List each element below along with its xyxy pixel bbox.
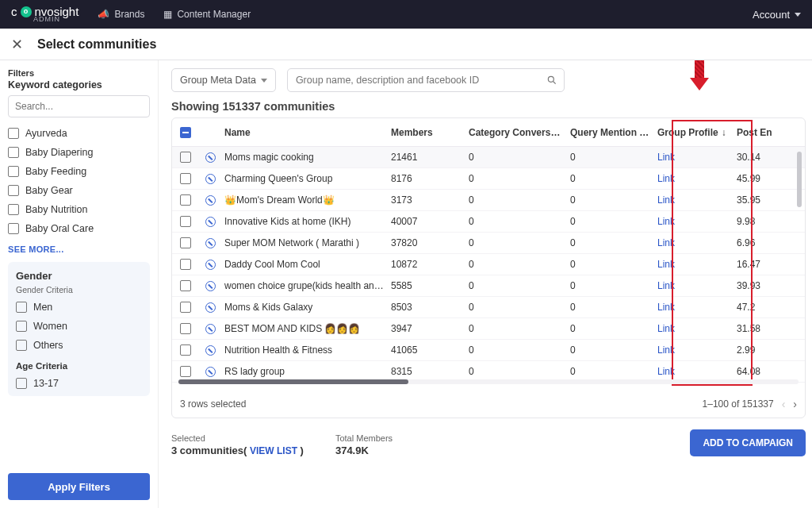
cell-category-conv: 0: [465, 259, 567, 270]
add-to-campaign-button[interactable]: ADD TO CAMPAIGN: [690, 429, 806, 456]
status-icon: [205, 345, 216, 356]
category-baby-nutrition[interactable]: Baby Nutrition: [8, 200, 150, 219]
gender-label: Women: [33, 321, 67, 332]
cell-members: 8176: [388, 173, 465, 184]
group-profile-link[interactable]: Link: [657, 302, 675, 313]
cell-category-conv: 0: [465, 152, 567, 163]
sort-down-icon: ↓: [722, 127, 726, 138]
filters-heading: Filters: [8, 68, 150, 78]
checkbox-icon: [16, 378, 27, 389]
col-query-mention[interactable]: Query Mention Count: [567, 127, 654, 138]
checkbox-icon: [16, 321, 27, 332]
cell-name: women choice grupe(kids health and beaut…: [221, 280, 388, 291]
nav-brands-label: Brands: [114, 9, 144, 20]
table-row[interactable]: Daddy Cool Mom Cool1087200Link16.47: [172, 254, 805, 275]
selected-label: Selected: [171, 433, 304, 443]
nav-content-manager[interactable]: ▦ Content Manager: [163, 9, 251, 20]
group-search-field[interactable]: [287, 68, 565, 92]
table-row[interactable]: Super MOM Network ( Marathi )3782000Link…: [172, 233, 805, 254]
brand-logo[interactable]: convosight ADMIN: [11, 6, 79, 23]
row-checkbox[interactable]: [180, 152, 191, 163]
col-group-profile[interactable]: Group Profile↓: [654, 127, 733, 138]
next-page-button[interactable]: ›: [793, 398, 797, 410]
cell-name: Daddy Cool Mom Cool: [221, 259, 388, 270]
row-checkbox[interactable]: [180, 344, 191, 356]
age-13-17[interactable]: 13-17: [16, 374, 142, 393]
cell-category-conv: 0: [465, 237, 567, 248]
gender-subtitle: Gender Criteria: [16, 285, 142, 294]
status-icon: [205, 217, 216, 227]
cell-members: 40007: [388, 216, 465, 227]
group-profile-link[interactable]: Link: [657, 216, 675, 227]
group-profile-link[interactable]: Link: [657, 259, 675, 270]
row-checkbox[interactable]: [180, 173, 191, 184]
col-post-en[interactable]: Post En: [733, 127, 784, 138]
apply-filters-button[interactable]: Apply Filters: [8, 473, 150, 500]
select-all-checkbox[interactable]: [180, 127, 191, 138]
category-baby-gear[interactable]: Baby Gear: [8, 181, 150, 200]
cell-post-en: 64.08: [733, 366, 784, 377]
category-label: Baby Diapering: [25, 147, 93, 158]
group-profile-link[interactable]: Link: [657, 237, 675, 248]
group-profile-link[interactable]: Link: [657, 173, 675, 184]
table-row[interactable]: 👑Mom's Dream World👑317300Link35.95: [172, 190, 805, 211]
row-checkbox[interactable]: [180, 366, 191, 377]
table-row[interactable]: Moms & Kids Galaxy850300Link47.2: [172, 297, 805, 318]
see-more-link[interactable]: SEE MORE...: [8, 238, 150, 262]
vertical-scrollbar[interactable]: [797, 152, 802, 207]
table-row[interactable]: Moms magic cooking2146100Link30.14: [172, 147, 805, 168]
status-icon: [205, 281, 216, 291]
horizontal-scrollbar[interactable]: [178, 379, 799, 384]
table-row[interactable]: Nutrition Health & Fitness4106500Link2.9…: [172, 340, 805, 361]
col-members[interactable]: Members: [388, 127, 465, 138]
col-category-conv[interactable]: Category Conversation C...: [465, 127, 567, 138]
row-checkbox[interactable]: [180, 237, 191, 248]
page-title: Select communities: [37, 37, 156, 52]
group-meta-dropdown[interactable]: Group Meta Data: [171, 68, 276, 92]
category-baby-diapering[interactable]: Baby Diapering: [8, 143, 150, 162]
cell-name: Super MOM Network ( Marathi ): [221, 237, 388, 248]
table-row[interactable]: BEST MOM AND KIDS 👩👩👩394700Link31.58: [172, 318, 805, 340]
nav-brands[interactable]: 📣 Brands: [98, 9, 144, 20]
group-profile-link[interactable]: Link: [657, 366, 675, 377]
gender-label: Men: [33, 302, 52, 313]
group-profile-link[interactable]: Link: [657, 344, 675, 356]
group-profile-link[interactable]: Link: [657, 194, 675, 206]
cell-post-en: 35.95: [733, 194, 784, 206]
row-checkbox[interactable]: [180, 323, 191, 334]
table-row[interactable]: Charming Queen's Group817600Link45.99: [172, 168, 805, 190]
table-row[interactable]: Innovative Kids at home (IKH)4000700Link…: [172, 211, 805, 233]
grid-icon: ▦: [163, 9, 172, 20]
category-baby-oral-care[interactable]: Baby Oral Care: [8, 219, 150, 238]
group-profile-link[interactable]: Link: [657, 323, 675, 334]
group-search-input[interactable]: [294, 74, 546, 87]
row-checkbox[interactable]: [180, 259, 191, 270]
gender-title: Gender: [16, 270, 142, 282]
group-profile-link[interactable]: Link: [657, 152, 675, 163]
keyword-categories-heading: Keyword categories: [8, 79, 150, 90]
row-checkbox[interactable]: [180, 194, 191, 206]
category-ayurveda[interactable]: Ayurveda: [8, 124, 150, 143]
cell-post-en: 45.99: [733, 173, 784, 184]
row-checkbox[interactable]: [180, 280, 191, 291]
category-search-input[interactable]: [8, 95, 150, 117]
brand-o-icon: o: [21, 6, 32, 17]
gender-panel: Gender Gender Criteria MenWomenOthers Ag…: [8, 262, 150, 396]
row-checkbox[interactable]: [180, 302, 191, 313]
view-list-link[interactable]: VIEW LIST: [250, 445, 297, 456]
col-name[interactable]: Name: [221, 127, 388, 138]
cell-name: Charming Queen's Group: [221, 173, 388, 184]
group-profile-link[interactable]: Link: [657, 280, 675, 291]
status-icon: [205, 324, 216, 334]
category-baby-feeding[interactable]: Baby Feeding: [8, 162, 150, 181]
cell-query-mention: 0: [567, 302, 654, 313]
gender-women[interactable]: Women: [16, 317, 142, 336]
table-row[interactable]: women choice grupe(kids health and beaut…: [172, 275, 805, 297]
gender-others[interactable]: Others: [16, 336, 142, 355]
content-area: Group Meta Data Showing 151337 communiti…: [159, 60, 812, 508]
close-icon[interactable]: ✕: [11, 37, 23, 52]
account-menu[interactable]: Account: [753, 9, 801, 21]
gender-men[interactable]: Men: [16, 298, 142, 317]
prev-page-button[interactable]: ‹: [782, 398, 786, 410]
row-checkbox[interactable]: [180, 216, 191, 227]
